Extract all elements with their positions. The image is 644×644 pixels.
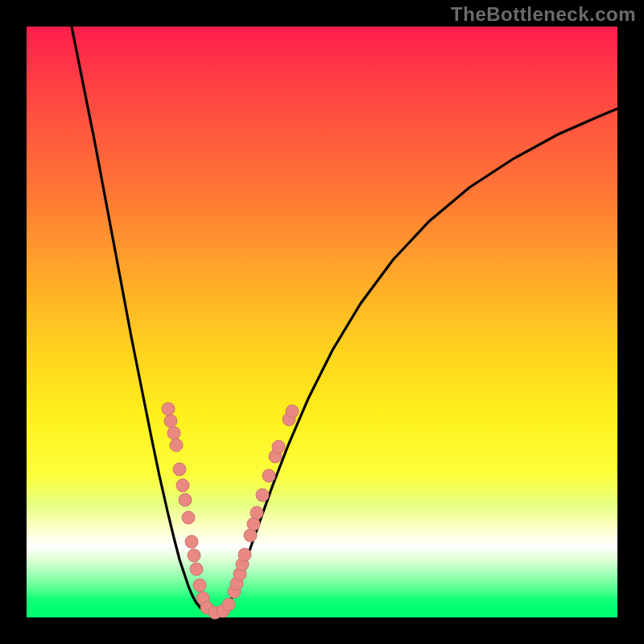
- left-curve: [72, 27, 204, 611]
- data-dot: [286, 405, 299, 418]
- chart-frame: TheBottleneck.com: [0, 0, 644, 644]
- data-dot: [193, 579, 206, 592]
- data-dot: [167, 427, 180, 440]
- data-dot: [222, 598, 235, 611]
- data-dot: [164, 415, 177, 427]
- data-dots: [162, 402, 299, 619]
- data-dot: [170, 439, 183, 452]
- data-dot: [262, 469, 275, 482]
- data-dot: [182, 511, 195, 524]
- data-dot: [185, 535, 198, 548]
- data-dot: [190, 563, 203, 576]
- data-dot: [247, 518, 260, 530]
- data-dot: [238, 548, 251, 561]
- chart-svg: [27, 27, 617, 617]
- data-dot: [176, 479, 189, 492]
- data-dot: [256, 489, 269, 502]
- curve-group: [72, 27, 617, 613]
- data-dot: [173, 463, 186, 476]
- data-dot: [250, 506, 263, 519]
- watermark-text: TheBottleneck.com: [451, 3, 636, 26]
- data-dot: [188, 549, 200, 562]
- data-dot: [272, 440, 285, 453]
- data-dot: [244, 529, 257, 542]
- data-dot: [162, 402, 175, 415]
- data-dot: [179, 493, 192, 506]
- right-curve: [225, 109, 617, 611]
